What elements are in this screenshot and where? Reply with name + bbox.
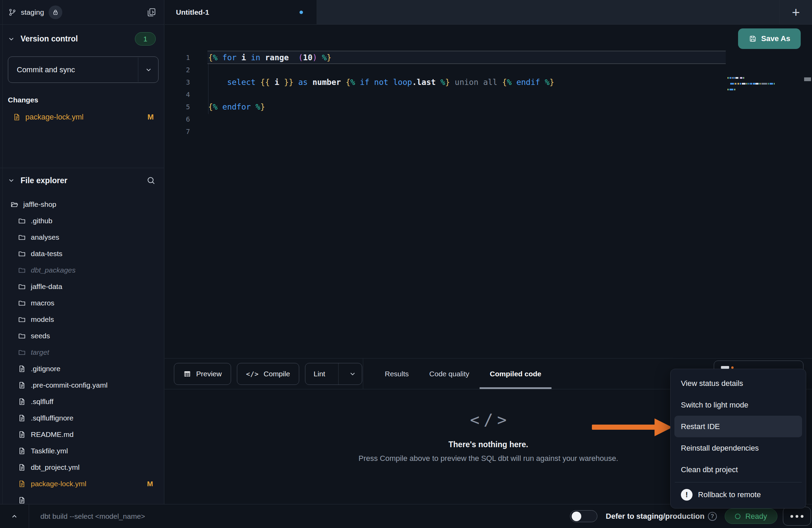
tree-item-sqlfluff[interactable]: .sqlfluff [0, 393, 164, 410]
defer-toggle[interactable] [570, 510, 597, 522]
file-search-button[interactable] [146, 176, 156, 185]
changes-label: Changes [8, 96, 164, 104]
editor-tab-bar: Untitled-1 + [165, 0, 812, 25]
unsaved-indicator-dot [300, 11, 303, 14]
tree-item-jaffle-shop[interactable]: jaffle-shop [0, 196, 164, 213]
toolbar-divider [363, 359, 363, 389]
code-area[interactable]: 1{% for i in range (10) %}23 select {{ i… [165, 51, 812, 358]
menu-item-label: Rollback to remote [698, 490, 761, 499]
chevron-down-icon[interactable] [8, 35, 15, 43]
menu-item-label: Clean dbt project [681, 465, 738, 474]
tree-item-label: Taskfile.yml [31, 447, 68, 455]
tree-item-pre-commit-config-yaml[interactable]: .pre-commit-config.yaml [0, 377, 164, 393]
chevron-down-icon[interactable] [343, 370, 362, 378]
tree-item-label: data-tests [31, 250, 62, 258]
tree-item-gitignore[interactable]: .gitignore [0, 361, 164, 377]
file-explorer-header: File explorer [0, 168, 164, 185]
copy-branch-button[interactable] [146, 7, 156, 17]
commit-and-sync-button[interactable]: Commit and sync [8, 56, 158, 83]
file-icon [18, 398, 26, 406]
panel-tab-results[interactable]: Results [375, 359, 419, 389]
file-icon [18, 430, 26, 439]
tree-item-sqlfluffignore[interactable]: .sqlfluffignore [0, 410, 164, 426]
panel-tab-compiled-code[interactable]: Compiled code [480, 359, 552, 389]
tree-item-seeds[interactable]: seeds [0, 328, 164, 344]
lint-button[interactable]: Lint [305, 363, 362, 385]
question-icon[interactable]: ? [708, 512, 717, 521]
defer-label: Defer to staging/production [606, 512, 705, 521]
branch-lock-badge [49, 5, 62, 19]
tree-item-dbt-packages[interactable]: dbt_packages [0, 262, 164, 278]
line-number: 3 [165, 78, 190, 86]
line-number: 6 [165, 115, 190, 123]
tree-item-label: seeds [31, 332, 50, 340]
copy-icon [146, 7, 156, 17]
more-options-button[interactable] [783, 507, 811, 526]
changed-file-name: package-lock.yml [25, 113, 84, 122]
editor-scrollbar[interactable] [804, 77, 811, 81]
tab-untitled-1[interactable]: Untitled-1 [165, 0, 317, 24]
compile-button[interactable]: </> Compile [237, 363, 299, 385]
panel-tab-code-quality[interactable]: Code quality [419, 359, 480, 389]
new-tab-button[interactable]: + [790, 5, 802, 20]
save-as-button[interactable]: Save As [738, 28, 801, 49]
toggle-knob [572, 512, 581, 521]
folder-icon [18, 266, 26, 274]
changes-count-badge: 1 [135, 32, 156, 46]
tree-item-target[interactable]: target [0, 344, 164, 361]
file-icon [18, 480, 26, 488]
commit-button-divider [138, 58, 138, 82]
folder-icon [18, 315, 26, 324]
minimap[interactable] [727, 77, 802, 98]
menu-item-reinstall-dependencies[interactable]: Reinstall dependencies [671, 437, 806, 459]
dbt-cloud-ide: staging Ver [0, 0, 812, 528]
tree-item-macros[interactable]: macros [0, 295, 164, 311]
code-lines: 1{% for i in range (10) %}23 select {{ i… [165, 51, 812, 138]
tree-item-readme-md[interactable]: README.md [0, 426, 164, 443]
status-alert-dot [731, 366, 734, 369]
file-tree: jaffle-shop.githubanalysesdata-testsdbt_… [0, 196, 164, 504]
changed-file-row[interactable]: package-lock.yml M [0, 110, 164, 125]
menu-item-label: Reinstall dependencies [681, 444, 759, 453]
lint-button-divider [338, 363, 339, 385]
line-number: 5 [165, 103, 190, 111]
status-ready-pill[interactable]: Ready [725, 508, 777, 524]
code-line-6: 6 [165, 113, 812, 125]
tree-item-package-lock-yml[interactable]: package-lock.ymlM [0, 476, 164, 492]
file-explorer-section: File explorer jaffle-shop.githubanalyses… [0, 168, 164, 504]
tree-item-taskfile-yml[interactable]: Taskfile.yml [0, 443, 164, 459]
tree-item-label: analyses [31, 233, 59, 241]
tree-item-label: macros [31, 299, 54, 307]
tree-item-github[interactable]: .github [0, 213, 164, 229]
folder-icon [18, 332, 26, 340]
expand-command-bar-button[interactable] [0, 504, 29, 528]
menu-item-rollback-to-remote[interactable]: !Rollback to remote [671, 484, 806, 505]
save-as-label: Save As [761, 34, 790, 43]
menu-divider [675, 482, 802, 482]
tree-item-jaffle-data[interactable]: jaffle-data [0, 278, 164, 295]
lock-icon [52, 9, 59, 16]
chevron-down-icon[interactable] [145, 57, 152, 83]
annotation-arrow [592, 425, 656, 430]
preview-button[interactable]: Preview [174, 363, 231, 385]
tree-item-analyses[interactable]: analyses [0, 229, 164, 246]
line-number: 7 [165, 127, 190, 136]
code-line-7: 7 [165, 125, 812, 138]
menu-item-switch-to-light-mode[interactable]: Switch to light mode [671, 394, 806, 416]
line-number: 1 [165, 53, 190, 62]
ellipsis-icon [790, 515, 803, 518]
chevron-down-icon[interactable] [8, 177, 15, 184]
tree-item-data-tests[interactable]: data-tests [0, 246, 164, 262]
tree-item-models[interactable]: models [0, 311, 164, 328]
code-line-5: 5{% endfor %} [165, 101, 812, 113]
menu-item-restart-ide[interactable]: Restart IDE [674, 416, 802, 437]
tree-item-dbt-project-yml[interactable]: dbt_project.yml [0, 459, 164, 476]
file-icon [18, 447, 26, 455]
menu-item-clean-dbt-project[interactable]: Clean dbt project [671, 459, 806, 480]
file-icon [18, 381, 26, 389]
menu-item-view-status-details[interactable]: View status details [671, 373, 806, 394]
tree-item-label: target [31, 348, 49, 356]
command-input[interactable]: dbt build --select <model_name> [40, 512, 145, 520]
tree-item-label: .gitignore [31, 365, 60, 373]
tree-item-clipped[interactable] [0, 492, 164, 504]
